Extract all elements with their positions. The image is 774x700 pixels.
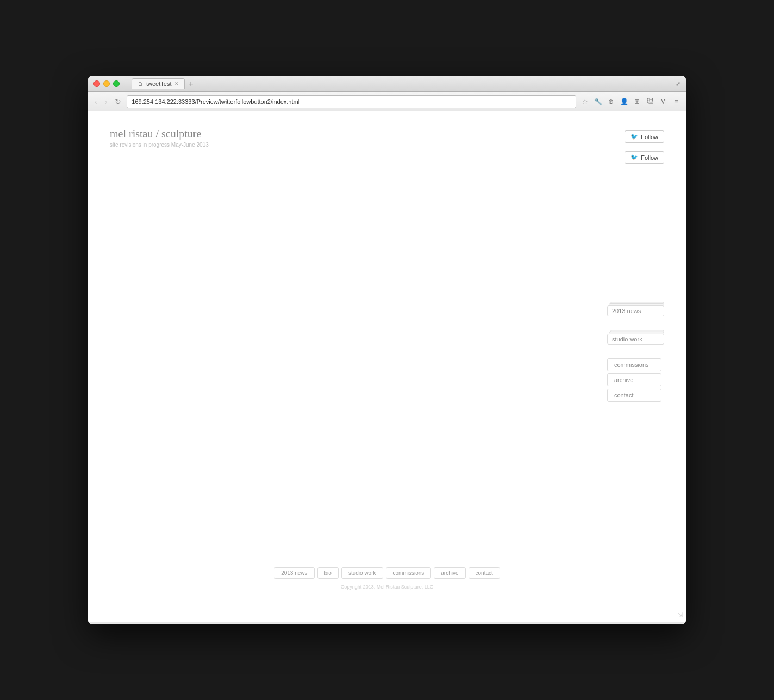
address-bar[interactable] (127, 95, 576, 108)
extensions-icon[interactable]: 🔧 (592, 96, 603, 107)
footer-divider (110, 559, 664, 559)
follow-label-2: Follow (641, 154, 658, 161)
title-bar: 🗋 tweetTest ✕ + ⤢ (88, 76, 686, 92)
traffic-lights (93, 80, 120, 87)
side-nav-contact[interactable]: contact (607, 389, 661, 402)
tab-page-icon: 🗋 (138, 81, 143, 87)
site-subtitle: site revisions in progress May-June 2013 (110, 142, 209, 148)
footer-copyright: Copyright 2013, Mel Ristau Sculpture, LL… (88, 584, 686, 590)
maximize-button[interactable] (113, 80, 120, 87)
tab-close-icon[interactable]: ✕ (174, 81, 179, 86)
side-nav-stack-studio: studio work (607, 330, 664, 354)
forward-button[interactable]: › (103, 97, 110, 107)
active-tab[interactable]: 🗋 tweetTest ✕ (132, 78, 185, 89)
new-tab-button[interactable]: + (185, 80, 196, 89)
twitter-bird-icon-2: 🐦 (631, 154, 638, 161)
footer-nav-news[interactable]: 2013 news (274, 567, 314, 579)
apps-icon[interactable]: ⊞ (632, 96, 642, 107)
browser-content: mel ristau / sculpture site revisions in… (88, 111, 686, 622)
browser-toolbar: ‹ › ↻ ☆ 🔧 ⊕ 👤 ⊞ 理 M ≡ (88, 92, 686, 111)
browser-window: 🗋 tweetTest ✕ + ⤢ ‹ › ↻ ☆ 🔧 ⊕ 👤 ⊞ 理 M ≡ (88, 76, 686, 624)
footer-nav-commissions[interactable]: commissions (386, 567, 432, 579)
side-nav-stack-top: 2013 news (607, 302, 664, 326)
close-button[interactable] (93, 80, 100, 87)
gmail-icon[interactable]: M (658, 96, 669, 107)
side-nav: 2013 news studio work commissions archiv… (607, 302, 664, 402)
follow-button-2[interactable]: 🐦 Follow (625, 151, 664, 164)
footer-nav-contact[interactable]: contact (469, 567, 500, 579)
bookmark-star-icon[interactable]: ☆ (579, 96, 590, 107)
menu-icon[interactable]: ≡ (671, 96, 682, 107)
side-nav-commissions[interactable]: commissions (607, 358, 661, 371)
minimize-button[interactable] (103, 80, 110, 87)
footer-nav: 2013 news bio studio work commissions ar… (88, 567, 686, 579)
footer-nav-studio-work[interactable]: studio work (341, 567, 383, 579)
fullscreen-icon[interactable]: ⤢ (676, 80, 681, 87)
footer-nav-archive[interactable]: archive (434, 567, 465, 579)
user-icon[interactable]: 👤 (619, 96, 629, 107)
side-nav-archive[interactable]: archive (607, 373, 661, 386)
site-title: mel ristau / sculpture (110, 128, 209, 140)
tab-area: 🗋 tweetTest ✕ + (132, 78, 197, 89)
side-nav-news[interactable]: 2013 news (607, 305, 664, 316)
follow-button-1[interactable]: 🐦 Follow (625, 130, 664, 143)
tab-label: tweetTest (146, 80, 171, 87)
reload-button[interactable]: ↻ (113, 97, 123, 107)
site-title-area: mel ristau / sculpture site revisions in… (110, 128, 209, 148)
settings-icon[interactable]: 理 (645, 96, 656, 107)
site-header: mel ristau / sculpture site revisions in… (88, 111, 686, 174)
footer-nav-bio[interactable]: bio (317, 567, 339, 579)
resize-handle-icon[interactable]: ⇲ (677, 611, 683, 619)
chrome-icon[interactable]: ⊕ (606, 96, 616, 107)
address-bar-container (127, 95, 576, 108)
side-nav-studio-work[interactable]: studio work (607, 334, 664, 345)
follow-label-1: Follow (641, 134, 658, 140)
back-button[interactable]: ‹ (92, 97, 99, 107)
follow-buttons-area: 🐦 Follow 🐦 Follow (625, 128, 664, 164)
site-footer: 2013 news bio studio work commissions ar… (88, 559, 686, 590)
twitter-bird-icon-1: 🐦 (631, 133, 638, 140)
toolbar-icons: ☆ 🔧 ⊕ 👤 ⊞ 理 M ≡ (579, 96, 682, 107)
